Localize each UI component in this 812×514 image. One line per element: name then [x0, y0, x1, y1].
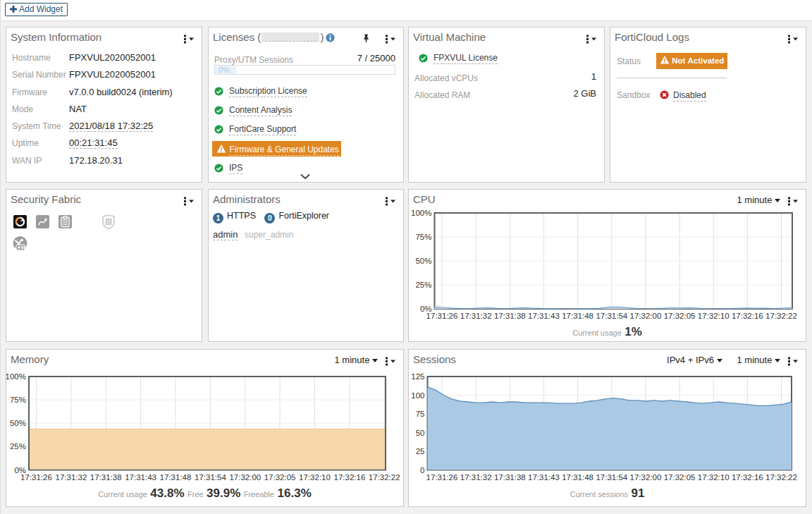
svg-text:17:31:54: 17:31:54: [596, 473, 627, 482]
svg-text:17:31:43: 17:31:43: [528, 473, 560, 482]
svg-text:0: 0: [420, 466, 424, 475]
svg-text:17:31:32: 17:31:32: [56, 473, 87, 482]
svg-text:100%: 100%: [6, 372, 26, 381]
svg-text:17:32:10: 17:32:10: [299, 473, 331, 482]
svg-text:17:32:00: 17:32:00: [229, 473, 261, 482]
svg-text:17:31:38: 17:31:38: [494, 312, 526, 320]
svg-text:25%: 25%: [415, 281, 431, 289]
svg-text:17:31:32: 17:31:32: [460, 312, 492, 320]
svg-text:75%: 75%: [10, 396, 26, 404]
svg-text:25: 25: [416, 447, 425, 455]
svg-text:17:32:10: 17:32:10: [698, 312, 730, 320]
svg-text:17:31:26: 17:31:26: [426, 473, 458, 482]
svg-text:75: 75: [416, 410, 425, 418]
svg-text:17:32:00: 17:32:00: [630, 312, 662, 320]
svg-text:50: 50: [416, 429, 425, 437]
svg-text:17:31:26: 17:31:26: [20, 473, 52, 482]
svg-text:17:32:00: 17:32:00: [630, 473, 662, 482]
svg-text:17:31:48: 17:31:48: [160, 473, 192, 482]
svg-text:17:31:43: 17:31:43: [125, 473, 156, 482]
svg-text:17:31:48: 17:31:48: [562, 312, 593, 320]
svg-text:25%: 25%: [10, 442, 26, 451]
svg-text:17:31:43: 17:31:43: [528, 312, 560, 320]
svg-text:17:32:05: 17:32:05: [264, 473, 296, 482]
svg-text:17:31:32: 17:31:32: [460, 473, 492, 482]
svg-text:17:32:10: 17:32:10: [698, 473, 730, 482]
svg-text:125: 125: [411, 372, 424, 381]
svg-text:75%: 75%: [415, 233, 431, 241]
svg-text:50%: 50%: [10, 419, 26, 427]
svg-text:17:31:54: 17:31:54: [596, 312, 627, 320]
svg-text:17:31:54: 17:31:54: [195, 473, 226, 482]
svg-text:17:32:16: 17:32:16: [732, 312, 763, 320]
svg-text:17:32:22: 17:32:22: [369, 473, 400, 482]
svg-text:17:31:26: 17:31:26: [426, 312, 458, 320]
svg-text:100: 100: [411, 391, 424, 400]
svg-text:17:32:22: 17:32:22: [765, 473, 797, 482]
svg-text:17:31:48: 17:31:48: [562, 473, 593, 482]
svg-text:17:32:16: 17:32:16: [334, 473, 366, 482]
svg-text:17:32:05: 17:32:05: [664, 312, 696, 320]
svg-text:17:32:05: 17:32:05: [664, 473, 696, 482]
svg-text:50%: 50%: [415, 257, 431, 265]
svg-text:17:32:16: 17:32:16: [732, 473, 763, 482]
svg-text:17:31:38: 17:31:38: [90, 473, 122, 482]
svg-text:17:31:38: 17:31:38: [494, 473, 526, 482]
svg-text:100%: 100%: [411, 209, 431, 217]
svg-text:17:32:22: 17:32:22: [765, 312, 797, 320]
